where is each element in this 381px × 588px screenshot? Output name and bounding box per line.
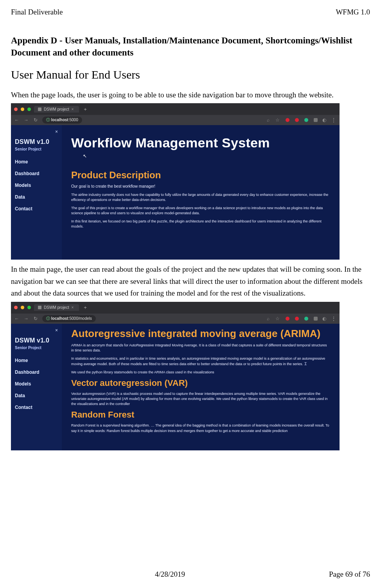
star-icon[interactable]: ☆ xyxy=(275,316,280,321)
page-icon xyxy=(38,108,41,111)
star-icon[interactable]: ☆ xyxy=(275,117,280,123)
h2-product-description: Product Description xyxy=(71,170,330,181)
intro-paragraph-2: In the main page, the user can read abou… xyxy=(11,264,370,299)
appendix-heading: Appendix D - User Manuals, Installation/… xyxy=(11,34,370,59)
page-content: Workflow Management System ↖ Product Des… xyxy=(62,125,340,260)
h-arima: Autoregressive integrated moving average… xyxy=(71,328,330,340)
sidebar-item-dashboard[interactable]: Dashboard xyxy=(15,367,58,377)
sidebar-item-models[interactable]: Models xyxy=(15,180,58,190)
reload-icon[interactable]: ↻ xyxy=(33,316,38,321)
close-tab-icon[interactable]: × xyxy=(71,305,74,310)
back-icon[interactable]: ← xyxy=(14,117,20,123)
menu-icon[interactable]: ⋮ xyxy=(331,316,336,321)
sidebar-item-contact[interactable]: Contact xyxy=(15,402,58,412)
url-path: :5000/models xyxy=(68,316,92,321)
page-header: Final Deliverable WFMG 1.0 xyxy=(11,8,370,16)
sidebar-item-contact[interactable]: Contact xyxy=(15,204,58,214)
sidebar-title: DSWM v1.0 xyxy=(15,138,58,145)
sidebar: × DSWM v1.0 Senior Project Home Dashboar… xyxy=(11,324,62,450)
url-host: localhost xyxy=(51,316,68,321)
sidebar-close-icon[interactable]: × xyxy=(15,328,58,333)
paragraph: Vector autoregression (VAR) is a stochas… xyxy=(71,391,330,407)
url-port: :5000 xyxy=(68,118,78,122)
paragraph: In this first iteration, we focused on t… xyxy=(71,219,330,229)
new-tab-icon[interactable]: + xyxy=(84,305,87,310)
text-cursor-icon: Ꮖ xyxy=(304,361,307,367)
ext-icon[interactable] xyxy=(314,118,318,122)
sidebar-subtitle: Senior Project xyxy=(15,147,58,151)
info-icon: ⓘ xyxy=(46,118,50,122)
url-field[interactable]: ⓘ localhost:5000/models xyxy=(42,315,96,322)
search-icon[interactable]: ⌕ xyxy=(265,117,271,123)
window-maximize-icon[interactable] xyxy=(27,306,31,309)
window-close-icon[interactable] xyxy=(14,108,18,111)
screenshot-models: DSWM project × + ← → ↻ ⓘ localhost:5000/… xyxy=(11,302,340,450)
back-icon[interactable]: ← xyxy=(14,316,20,321)
forward-icon[interactable]: → xyxy=(23,316,29,321)
paragraph: Random Forest is a supervised learning a… xyxy=(71,423,330,433)
profile-icon[interactable]: ◐ xyxy=(322,117,327,123)
section-heading: User Manual for End Users xyxy=(11,68,370,81)
menu-icon[interactable]: ⋮ xyxy=(331,117,336,123)
sidebar-close-icon[interactable]: × xyxy=(15,129,58,134)
url-field[interactable]: ⓘ localhost:5000 xyxy=(42,117,82,124)
sidebar-item-data[interactable]: Data xyxy=(15,391,58,401)
paragraph: In statistics and econometrics, and in p… xyxy=(71,356,330,367)
browser-tab[interactable]: DSWM project × xyxy=(34,106,79,113)
sidebar-item-models[interactable]: Models xyxy=(15,379,58,389)
sidebar-title: DSWM v1.0 xyxy=(15,337,58,344)
page-icon xyxy=(38,306,41,309)
reload-icon[interactable]: ↻ xyxy=(33,117,38,123)
footer-date: 4/28/2019 xyxy=(155,570,185,579)
ext-icon[interactable] xyxy=(295,118,299,122)
browser-tab-bar: DSWM project × + xyxy=(11,302,340,314)
page-footer: 4/28/2019 Page 69 of 76 xyxy=(11,570,370,579)
tab-title: DSWM project xyxy=(44,107,69,111)
ext-icon[interactable] xyxy=(314,317,318,321)
header-left: Final Deliverable xyxy=(11,8,63,16)
forward-icon[interactable]: → xyxy=(23,117,29,123)
browser-tab[interactable]: DSWM project × xyxy=(34,304,79,311)
ext-icon[interactable] xyxy=(304,118,308,122)
profile-icon[interactable]: ◐ xyxy=(322,316,327,321)
paragraph: We used the python library statsmodels t… xyxy=(71,370,330,375)
paragraph: The airline industry currently does not … xyxy=(71,192,330,203)
search-icon[interactable]: ⌕ xyxy=(265,316,271,321)
sidebar: × DSWM v1.0 Senior Project Home Dashboar… xyxy=(11,125,62,260)
sidebar-item-dashboard[interactable]: Dashboard xyxy=(15,169,58,179)
window-maximize-icon[interactable] xyxy=(27,108,31,111)
header-right: WFMG 1.0 xyxy=(336,8,370,16)
footer-page: Page 69 of 76 xyxy=(329,570,370,579)
browser-address-bar: ← → ↻ ⓘ localhost:5000/models ⌕ ☆ ◐ ⋮ xyxy=(11,314,340,324)
window-minimize-icon[interactable] xyxy=(21,306,24,309)
sidebar-item-home[interactable]: Home xyxy=(15,157,58,167)
close-tab-icon[interactable]: × xyxy=(71,107,74,111)
new-tab-icon[interactable]: + xyxy=(84,106,87,112)
ext-icon[interactable] xyxy=(304,317,308,321)
lead-text: Our goal is to create the best workflow … xyxy=(71,184,330,190)
cursor-icon: ↖ xyxy=(83,153,330,159)
hero-heading: Workflow Management System xyxy=(71,135,330,151)
url-host: localhost xyxy=(51,118,68,122)
sidebar-subtitle: Senior Project xyxy=(15,346,58,350)
browser-address-bar: ← → ↻ ⓘ localhost:5000 ⌕ ☆ ◐ ⋮ xyxy=(11,115,340,125)
window-close-icon[interactable] xyxy=(14,306,18,309)
sidebar-item-home[interactable]: Home xyxy=(15,355,58,366)
ext-icon[interactable] xyxy=(286,317,289,321)
h-rf: Random Forest xyxy=(71,410,330,420)
browser-tab-bar: DSWM project × + xyxy=(11,103,340,115)
h-var: Vector autoregression (VAR) xyxy=(71,378,330,388)
info-icon: ⓘ xyxy=(46,316,50,321)
ext-icon[interactable] xyxy=(286,118,289,122)
paragraph: ARIMA is an acronym that stands for Auto… xyxy=(71,343,330,353)
screenshot-home: DSWM project × + ← → ↻ ⓘ localhost:5000 … xyxy=(11,103,340,260)
tab-title: DSWM project xyxy=(44,305,69,310)
ext-icon[interactable] xyxy=(295,317,299,321)
paragraph: The goal of this project is to create a … xyxy=(71,206,330,216)
page-content: Autoregressive integrated moving average… xyxy=(62,324,340,450)
sidebar-item-data[interactable]: Data xyxy=(15,192,58,202)
intro-paragraph-1: When the page loads, the user is going t… xyxy=(11,89,370,101)
window-minimize-icon[interactable] xyxy=(21,108,24,111)
